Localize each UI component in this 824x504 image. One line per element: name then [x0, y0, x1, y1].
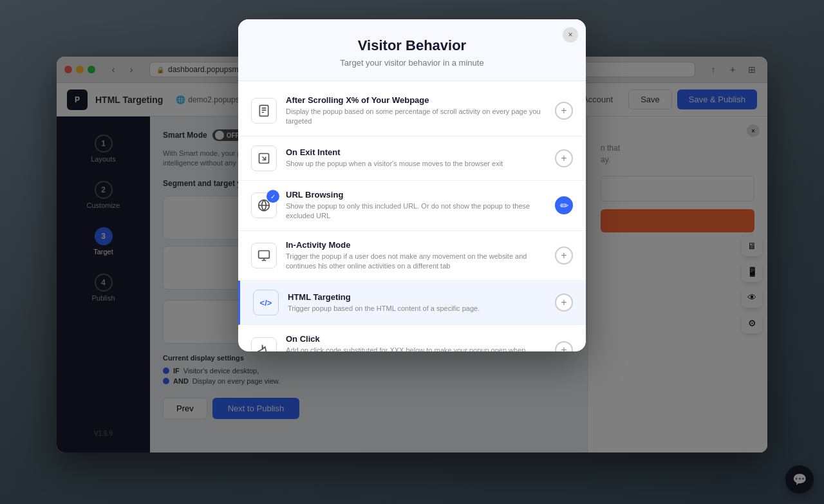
modal-header: Visitor Behavior Target your visitor beh…	[238, 19, 586, 81]
exit-item-text: On Exit Intent Show up the popup when a …	[286, 147, 546, 169]
exit-item-title: On Exit Intent	[286, 147, 546, 157]
html-item-desc: Trigger popup based on the HTML content …	[288, 304, 546, 313]
click-icon-wrapper	[251, 337, 277, 351]
url-item-desc: Show the popup to only this included URL…	[286, 201, 546, 221]
click-item-title: On Click	[286, 334, 546, 344]
exit-add-button[interactable]: +	[555, 149, 573, 167]
modal-item-url-browsing[interactable]: ✓ URL Browsing Show the popup to only th…	[238, 181, 586, 231]
modal-container: × Visitor Behavior Target your visitor b…	[238, 19, 586, 351]
modal-item-html-targeting[interactable]: </> HTML Targeting Trigger popup based o…	[238, 281, 586, 325]
scroll-icon-box	[251, 98, 277, 124]
activity-item-title: In-Activity Mode	[286, 240, 546, 250]
scroll-add-button[interactable]: +	[555, 102, 573, 120]
activity-add-button[interactable]: +	[555, 247, 573, 265]
html-add-button[interactable]: +	[555, 294, 573, 312]
scroll-item-text: After Scrolling X% of Your Webpage Displ…	[286, 95, 546, 127]
activity-icon-box	[251, 243, 277, 268]
modal-subtitle: Target your visitor behavior in a minute	[254, 58, 570, 68]
html-item-title: HTML Targeting	[288, 292, 546, 302]
activity-item-text: In-Activity Mode Trigger the popup if a …	[286, 240, 546, 272]
activity-item-desc: Trigger the popup if a user does not mak…	[286, 252, 546, 272]
modal-item-on-click[interactable]: On Click Add on click code substituted f…	[238, 325, 586, 351]
modal-item-exit-intent[interactable]: On Exit Intent Show up the popup when a …	[238, 136, 586, 181]
scroll-item-title: After Scrolling X% of Your Webpage	[286, 95, 546, 105]
url-check-badge: ✓	[267, 190, 279, 203]
exit-item-desc: Show up the popup when a visitor's mouse…	[286, 159, 546, 169]
scroll-item-desc: Display the popup based on some percenta…	[286, 107, 546, 127]
click-icon-box	[251, 337, 277, 351]
modal-item-in-activity[interactable]: In-Activity Mode Trigger the popup if a …	[238, 231, 586, 281]
click-add-button[interactable]: +	[555, 341, 573, 351]
url-edit-button[interactable]: ✏	[555, 196, 573, 214]
url-item-title: URL Browsing	[286, 190, 546, 200]
modal-item-scroll[interactable]: After Scrolling X% of Your Webpage Displ…	[238, 86, 586, 136]
modal-close-button[interactable]: ×	[563, 27, 578, 42]
exit-icon-wrapper	[251, 145, 277, 171]
click-item-desc: Add on click code substituted for XXX be…	[286, 346, 546, 351]
modal-body: After Scrolling X% of Your Webpage Displ…	[238, 81, 586, 351]
html-icon-box: </>	[253, 290, 279, 315]
modal-title: Visitor Behavior	[254, 37, 570, 54]
modal-overlay[interactable]: × Visitor Behavior Target your visitor b…	[0, 0, 824, 504]
activity-icon-wrapper	[251, 243, 277, 268]
html-code-icon: </>	[260, 298, 272, 308]
url-item-text: URL Browsing Show the popup to only this…	[286, 190, 546, 221]
scroll-icon-wrapper	[251, 98, 277, 124]
html-item-text: HTML Targeting Trigger popup based on th…	[288, 292, 546, 313]
html-icon-wrapper: </>	[253, 290, 279, 315]
svg-rect-8	[259, 250, 270, 258]
click-item-text: On Click Add on click code substituted f…	[286, 334, 546, 351]
exit-icon-box	[251, 145, 277, 171]
url-icon-wrapper: ✓	[251, 192, 277, 218]
